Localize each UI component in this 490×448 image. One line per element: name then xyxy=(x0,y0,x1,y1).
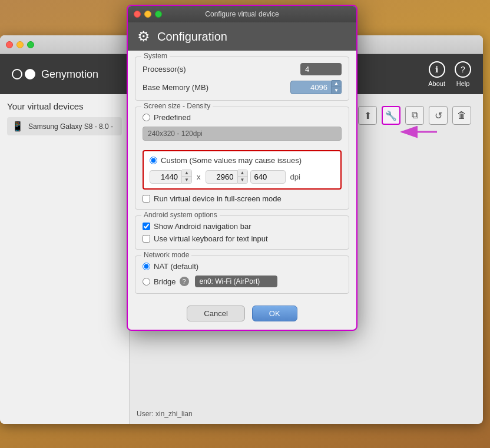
copy-icon-button[interactable]: ⧉ xyxy=(405,106,424,125)
cancel-button[interactable]: Cancel xyxy=(187,306,244,321)
nat-row: NAT (default) xyxy=(143,262,342,271)
dialog-footer: Cancel OK xyxy=(128,300,356,324)
dpi-label: dpi xyxy=(290,172,300,181)
trash-icon: 🗑 xyxy=(457,110,466,121)
screen-section: Screen size - Density Predefined 240x320… xyxy=(135,107,349,210)
bridge-help-icon[interactable]: ? xyxy=(180,277,189,286)
dialog-titlebar: Configure virtual device xyxy=(128,6,356,22)
share-icon: ⬆ xyxy=(364,110,372,121)
gear-icon: ⚙ xyxy=(137,28,150,45)
logo-circles xyxy=(12,69,35,79)
height-input-group: ▲ ▼ xyxy=(206,170,248,184)
width-spinner: ▲ ▼ xyxy=(182,170,192,184)
bridge-label: Bridge xyxy=(154,277,176,286)
x-separator: x xyxy=(194,172,203,181)
keyboard-checkbox[interactable] xyxy=(143,235,150,243)
memory-spinner: ▲ ▼ xyxy=(332,80,342,94)
dialog-minimize-button[interactable] xyxy=(144,11,151,18)
custom-section: Custom (Some values may cause issues) ▲ … xyxy=(143,150,342,190)
ok-button[interactable]: OK xyxy=(252,306,297,321)
nav-bar-row: Show Android navigation bar xyxy=(143,222,342,231)
fullscreen-checkbox[interactable] xyxy=(143,195,150,203)
nav-bar-checkbox[interactable] xyxy=(143,223,150,230)
close-window-button[interactable] xyxy=(6,41,13,48)
custom-radio[interactable] xyxy=(150,157,157,164)
memory-row: Base Memory (MB) ▲ ▼ xyxy=(143,80,342,94)
app-name: Genymotion xyxy=(41,68,98,81)
help-label: Help xyxy=(456,80,470,87)
fullscreen-row: Run virtual device in full-screen mode xyxy=(143,194,342,203)
device-item[interactable]: 📱 Samsung Galaxy S8 - 8.0 - xyxy=(7,117,122,135)
logo-circle-1 xyxy=(12,69,22,79)
wrench-icon: 🔧 xyxy=(385,110,397,121)
processor-select[interactable]: 4 1 2 8 xyxy=(300,63,342,75)
dialog-header: ⚙ Configuration xyxy=(128,22,356,51)
memory-down-button[interactable]: ▼ xyxy=(332,87,341,94)
network-section: Network mode NAT (default) Bridge ? en0:… xyxy=(135,255,349,294)
minimize-window-button[interactable] xyxy=(16,41,24,48)
devices-title: Your virtual devices xyxy=(7,101,122,111)
height-up-button[interactable]: ▲ xyxy=(238,170,247,177)
nat-label: NAT (default) xyxy=(154,262,198,271)
refresh-icon-button[interactable]: ↺ xyxy=(429,106,448,125)
custom-radio-row: Custom (Some values may cause issues) xyxy=(150,156,335,165)
copy-icon: ⧉ xyxy=(412,110,418,121)
height-down-button[interactable]: ▼ xyxy=(238,177,247,183)
width-down-button[interactable]: ▼ xyxy=(182,177,191,183)
predefined-select[interactable]: 240x320 - 120dpi xyxy=(143,127,342,141)
trash-icon-button[interactable]: 🗑 xyxy=(452,106,471,125)
predefined-radio-row: Predefined xyxy=(143,113,342,122)
memory-label: Base Memory (MB) xyxy=(143,83,290,92)
bridge-row: Bridge ? en0: Wi-Fi (AirPort) xyxy=(143,276,342,287)
bridge-radio[interactable] xyxy=(143,278,150,286)
dpi-select[interactable]: 640 480 320 240 xyxy=(250,170,286,184)
fullscreen-label: Run virtual device in full-screen mode xyxy=(154,194,282,203)
android-options-label: Android system options xyxy=(141,211,220,219)
network-section-label: Network mode xyxy=(141,251,191,259)
width-up-button[interactable]: ▲ xyxy=(182,170,191,177)
android-options-section: Android system options Show Android navi… xyxy=(135,215,349,250)
help-button[interactable]: ? Help xyxy=(455,61,471,87)
sidebar: Your virtual devices 📱 Samsung Galaxy S8… xyxy=(0,94,130,424)
maximize-window-button[interactable] xyxy=(27,41,34,48)
width-input-group: ▲ ▼ xyxy=(150,170,192,184)
custom-dimensions-row: ▲ ▼ x ▲ ▼ 640 xyxy=(150,170,335,184)
memory-input-group: ▲ ▼ xyxy=(290,80,342,94)
width-input[interactable] xyxy=(150,170,182,184)
predefined-radio[interactable] xyxy=(143,114,150,121)
dialog-maximize-button[interactable] xyxy=(155,11,162,18)
processor-row: Processor(s) 4 1 2 8 xyxy=(143,63,342,75)
dialog-title: Configure virtual device xyxy=(205,10,279,18)
dialog-close-button[interactable] xyxy=(134,11,141,18)
dialog-header-title: Configuration xyxy=(157,30,227,44)
keyboard-row: Use virtual keyboard for text input xyxy=(143,234,342,243)
dialog-body: System Processor(s) 4 1 2 8 Base Memory … xyxy=(128,57,356,330)
memory-input[interactable] xyxy=(290,81,332,94)
right-tools: ⬆ 🔧 ⧉ ↺ 🗑 xyxy=(358,106,471,125)
memory-up-button[interactable]: ▲ xyxy=(332,81,341,87)
refresh-icon: ↺ xyxy=(435,110,442,121)
phone-icon: 📱 xyxy=(12,121,24,132)
share-icon-button[interactable]: ⬆ xyxy=(358,106,377,125)
configure-dialog: Configure virtual device ⚙ Configuration… xyxy=(127,5,357,331)
user-label: User: xin_zhi_lian xyxy=(137,410,193,418)
screen-section-label: Screen size - Density xyxy=(141,102,213,110)
nav-bar-label: Show Android navigation bar xyxy=(154,222,251,231)
about-button[interactable]: ℹ About xyxy=(428,61,445,87)
keyboard-label: Use virtual keyboard for text input xyxy=(154,234,268,243)
predefined-label: Predefined xyxy=(154,113,191,122)
logo-circle-2 xyxy=(25,69,35,79)
system-section-label: System xyxy=(141,52,170,60)
predefined-select-wrapper: 240x320 - 120dpi xyxy=(143,127,342,145)
custom-label: Custom (Some values may cause issues) xyxy=(161,156,302,165)
nat-radio[interactable] xyxy=(143,263,150,270)
processor-label: Processor(s) xyxy=(143,65,300,74)
system-section: System Processor(s) 4 1 2 8 Base Memory … xyxy=(135,57,349,101)
about-label: About xyxy=(428,80,445,87)
about-icon: ℹ xyxy=(429,61,445,78)
processor-input-group: 4 1 2 8 xyxy=(300,63,342,75)
height-input[interactable] xyxy=(206,170,238,184)
wrench-icon-button[interactable]: 🔧 xyxy=(382,106,400,125)
bridge-select[interactable]: en0: Wi-Fi (AirPort) xyxy=(195,276,277,287)
dpi-input-group: 640 480 320 240 xyxy=(250,170,286,184)
